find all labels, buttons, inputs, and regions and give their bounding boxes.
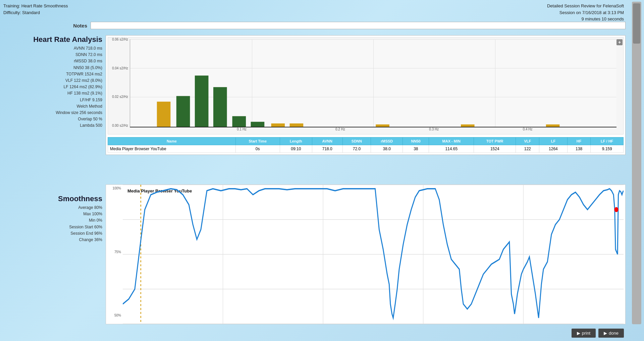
- sm-max: Max 100%: [3, 211, 102, 217]
- row-lfhf: 9.159: [591, 145, 624, 153]
- y-label-0: 0.06 s2/Hz: [112, 38, 128, 41]
- freq-bars-svg: [130, 39, 616, 127]
- print-label: print: [582, 331, 590, 336]
- table-row: Media Player Browser YouTube 0s 09:10 71…: [108, 145, 624, 153]
- hr-chart-panel: 0.06 s2/Hz 0.04 s2/Hz 0.02 s2/Hz 0.00 s2…: [106, 35, 626, 155]
- notes-input[interactable]: [91, 22, 626, 29]
- col-lfhf: LF / HF: [591, 137, 624, 145]
- svg-rect-2: [195, 75, 209, 127]
- stat-lambda: Lambda 500: [3, 122, 102, 129]
- header-left: Training: Heart Rate Smoothness Difficul…: [3, 3, 68, 16]
- header-right: Detailed Session Review for FelenaSoft S…: [547, 3, 624, 22]
- chart-zoom-plus[interactable]: +: [616, 39, 623, 45]
- done-button[interactable]: ▶ done: [598, 329, 624, 338]
- row-avnn: 718.0: [312, 145, 342, 153]
- x-axis-labels: 0.1 Hz 0.2 Hz 0.3 Hz 0.4 Hz: [130, 127, 616, 133]
- col-lf: LF: [539, 137, 568, 145]
- smoothness-chart-inner: 100% 75% 50% Media Player Browser YouTub…: [106, 185, 625, 324]
- smoothness-title: Smoothness: [3, 194, 102, 203]
- row-hf: 138: [567, 145, 591, 153]
- notes-bar: Notes: [60, 22, 626, 29]
- stat-avnn: AVNN 718.0 ms: [3, 45, 102, 52]
- stat-window: Window size 256 seconds: [3, 110, 102, 116]
- row-name: Media Player Browser YouTube: [108, 145, 236, 153]
- sm-y-75: 75%: [114, 250, 121, 254]
- main-area: Heart Rate Analysis AVNN 718.0 ms SDNN 7…: [3, 35, 626, 324]
- stat-method: Welch Method: [3, 103, 102, 110]
- y-label-3: 0.00 s2/Hz: [112, 124, 128, 127]
- stat-sdnn: SDNN 72.0 ms: [3, 52, 102, 58]
- top-section: Heart Rate Analysis AVNN 718.0 ms SDNN 7…: [3, 35, 626, 179]
- svg-point-21: [614, 207, 619, 212]
- stat-lfhf: LF/HF 9.159: [3, 97, 102, 103]
- hr-analysis-title: Heart Rate Analysis: [3, 35, 102, 44]
- col-rmssd: rMSSD: [371, 137, 403, 145]
- session-date: Session on 7/16/2018 at 3:13 PM: [547, 9, 624, 16]
- svg-rect-9: [461, 124, 475, 127]
- data-table: Name Start Time Length AVNN SDNN rMSSD N…: [108, 137, 624, 153]
- sm-change: Change 36%: [3, 237, 102, 243]
- col-vlf: VLF: [516, 137, 539, 145]
- hr-stats: AVNN 718.0 ms SDNN 72.0 ms rMSSD 38.0 ms…: [3, 45, 102, 129]
- footer-buttons: ▶ print ▶ done: [572, 329, 624, 338]
- row-maxmin: 114.65: [429, 145, 474, 153]
- stat-rmssd: rMSSD 38.0 ms: [3, 58, 102, 64]
- sm-avg: Average 80%: [3, 205, 102, 211]
- scrollbar-track[interactable]: +: [632, 2, 641, 324]
- row-start: 0s: [235, 145, 280, 153]
- x-label-01: 0.1 Hz: [237, 127, 247, 133]
- x-label-04: 0.4 Hz: [523, 127, 533, 133]
- stat-nn50: NN50 38 (5.0%): [3, 65, 102, 71]
- sm-y-axis: 100% 75% 50%: [106, 185, 123, 317]
- svg-rect-6: [271, 123, 285, 127]
- smoothness-stats: Average 80% Max 100% Min 0% Session Star…: [3, 205, 102, 243]
- scrollbar-thumb[interactable]: [633, 3, 640, 44]
- notes-label: Notes: [60, 23, 87, 29]
- session-duration: 9 minutes 10 seconds: [547, 16, 624, 22]
- y-axis: 0.06 s2/Hz 0.04 s2/Hz 0.02 s2/Hz 0.00 s2…: [108, 38, 130, 127]
- col-name: Name: [108, 137, 236, 145]
- row-vlf: 122: [516, 145, 539, 153]
- row-length: 09:10: [280, 145, 312, 153]
- svg-rect-5: [251, 122, 265, 127]
- smoothness-chart-panel: 100% 75% 50% Media Player Browser YouTub…: [106, 184, 626, 324]
- hr-left-panel: Heart Rate Analysis AVNN 718.0 ms SDNN 7…: [3, 35, 102, 129]
- col-hf: HF: [567, 137, 591, 145]
- col-start: Start Time: [235, 137, 280, 145]
- done-label: done: [609, 331, 619, 336]
- svg-rect-10: [546, 124, 560, 127]
- sm-y-100: 100%: [112, 186, 121, 190]
- x-label-02: 0.2 Hz: [335, 127, 345, 133]
- stat-vlf: VLF 122 ms2 (8.0%): [3, 77, 102, 84]
- sm-y-50: 50%: [114, 314, 121, 317]
- stat-lf: LF 1264 ms2 (82.9%): [3, 84, 102, 90]
- session-title: Detailed Session Review for FelenaSoft: [547, 3, 624, 9]
- smoothness-svg: [123, 185, 624, 324]
- smoothness-left-panel: Smoothness Average 80% Max 100% Min 0% S…: [3, 184, 102, 243]
- y-label-1: 0.04 s2/Hz: [112, 66, 128, 70]
- row-nn50: 38: [403, 145, 429, 153]
- print-button[interactable]: ▶ print: [572, 329, 596, 338]
- freq-chart: 0.06 s2/Hz 0.04 s2/Hz 0.02 s2/Hz 0.00 s2…: [108, 37, 624, 134]
- svg-rect-8: [376, 124, 389, 127]
- svg-rect-3: [213, 87, 227, 127]
- row-lf: 1264: [539, 145, 568, 153]
- col-avnn: AVNN: [312, 137, 342, 145]
- training-label: Training: Heart Rate Smoothness: [3, 3, 68, 9]
- svg-rect-0: [157, 102, 171, 127]
- stat-hf: HF 138 ms2 (9.1%): [3, 90, 102, 97]
- col-nn50: NN50: [403, 137, 429, 145]
- col-sdnn: SDNN: [342, 137, 371, 145]
- col-totpwr: TOT PWR: [474, 137, 516, 145]
- stat-overlap: Overlap 50 %: [3, 116, 102, 122]
- col-length: Length: [280, 137, 312, 145]
- difficulty-label: Difficulty: Standard: [3, 9, 68, 16]
- svg-rect-4: [232, 116, 246, 127]
- sm-min: Min 0%: [3, 217, 102, 224]
- stat-totpwr: TOTPWR 1524 ms2: [3, 71, 102, 77]
- row-totpwr: 1524: [474, 145, 516, 153]
- sm-end: Session End 96%: [3, 230, 102, 237]
- y-label-2: 0.02 s2/Hz: [112, 95, 128, 99]
- x-label-03: 0.3 Hz: [429, 127, 439, 133]
- svg-rect-1: [176, 96, 190, 127]
